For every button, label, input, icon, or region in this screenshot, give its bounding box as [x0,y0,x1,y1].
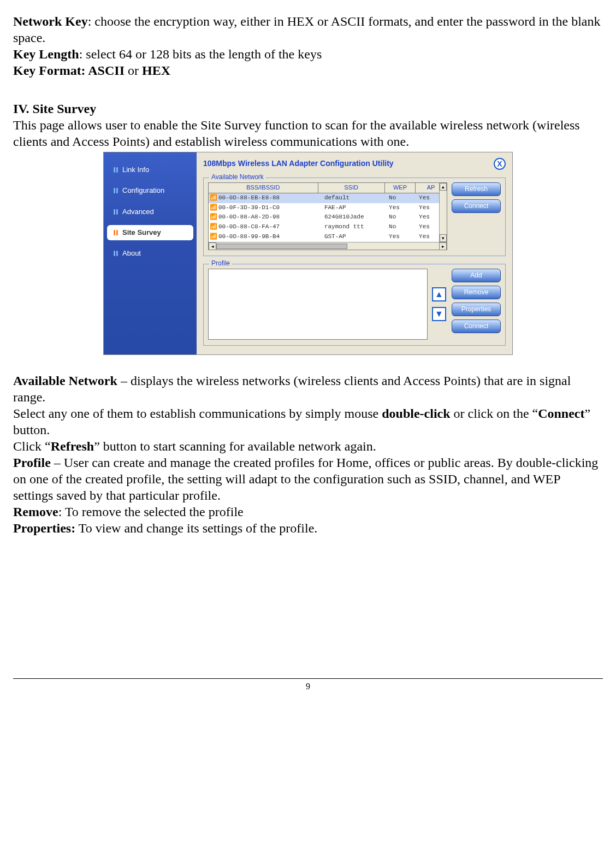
cell-bss: 00-0D-88-99-9B-B4 [216,232,322,242]
config-utility-window: Link Info Configuration Advanced Site Su… [103,152,513,355]
main-panel: 108Mbps Wireless LAN Adapter Configurati… [197,152,512,354]
para-key-length: Key Length: select 64 or 128 bits as the… [13,46,603,62]
scroll-down-arrow[interactable]: ▾ [440,234,447,242]
cell-ssid: default [322,193,387,203]
sidebar-nav: Link Info Configuration Advanced Site Su… [104,152,197,354]
nav-icon [112,167,119,173]
group-legend-available: Available Network [209,173,266,181]
cell-ssid: raymond ttt [322,222,387,232]
group-legend-profile: Profile [209,259,232,268]
table-header: BSS/IBSSID SSID WEP AP [209,183,447,193]
para-remove: Remove: To remove the selected the profi… [13,504,603,520]
signal-icon: 📶 [210,223,215,231]
col-header-bss[interactable]: BSS/IBSSID [209,183,318,193]
cell-wep: Yes [387,232,417,242]
nav-icon [112,209,119,215]
remove-button[interactable]: Remove [452,286,501,299]
scroll-up-arrow[interactable]: ▴ [440,183,447,191]
table-row[interactable]: 📶00-0D-88-EB-E8-88defaultNoYes [209,193,447,203]
table-row[interactable]: 📶00-0D-88-A8-2D-98624G810JadeNoYes [209,212,447,222]
para-key-format: Key Format: ASCII or HEX [13,62,603,79]
nav-advanced[interactable]: Advanced [107,204,193,220]
para-refresh: Click “Refresh” button to start scanning… [13,438,603,454]
nav-icon [112,187,119,194]
para-profile: Profile – User can create and manage the… [13,454,603,504]
signal-icon: 📶 [210,194,215,202]
refresh-button[interactable]: Refresh [452,182,501,196]
connect-profile-button[interactable]: Connect [452,319,501,333]
cell-wep: No [387,222,417,232]
cell-wep: No [387,193,417,203]
scroll-right-arrow[interactable]: ▸ [439,242,447,250]
vertical-scrollbar[interactable]: ▴ ▾ [439,183,447,242]
intro-text: This page allows user to enable the Site… [13,117,603,150]
groupbox-available-network: Available Network BSS/IBSSID SSID WEP AP… [203,177,506,256]
nav-about[interactable]: About [107,246,193,261]
para-available-network: Available Network – displays the wireles… [13,372,603,405]
nav-site-survey[interactable]: Site Survey [107,225,193,240]
nav-icon [112,229,119,236]
col-header-ssid[interactable]: SSID [318,183,385,193]
add-button[interactable]: Add [452,269,501,282]
close-button[interactable]: X [494,158,506,170]
table-row[interactable]: 📶00-0D-88-C0-FA-47raymond tttNoYes [209,222,447,232]
signal-icon: 📶 [210,204,215,212]
horizontal-scrollbar[interactable]: ◂ ▸ [209,242,447,250]
cell-ssid: FAE-AP [322,203,387,213]
utility-title: 108Mbps Wireless LAN Adapter Configurati… [203,159,394,169]
groupbox-profile: Profile ▲ ▼ Add Remove Properties Connec… [203,264,506,346]
connect-button[interactable]: Connect [452,199,501,213]
cell-ssid: 624G810Jade [322,212,387,222]
move-up-button[interactable]: ▲ [432,287,446,301]
cell-bss: 00-0D-88-C0-FA-47 [216,222,322,232]
table-row[interactable]: 📶00-0F-3D-39-D1-C0FAE-APYesYes [209,203,447,213]
scroll-left-arrow[interactable]: ◂ [209,242,216,250]
table-row[interactable]: 📶00-0D-88-99-9B-B4GST-APYesYes [209,232,447,242]
nav-link-info[interactable]: Link Info [107,162,193,177]
heading-site-survey: IV. Site Survey [13,100,603,117]
label-network-key: Network Key [13,14,88,28]
para-select: Select any one of them to establish comm… [13,405,603,438]
signal-icon: 📶 [210,214,215,221]
network-table[interactable]: BSS/IBSSID SSID WEP AP 📶00-0D-88-EB-E8-8… [208,182,447,250]
page-footer: 9 [13,678,603,692]
cell-ssid: GST-AP [322,232,387,242]
para-network-key: Network Key: choose the encryption way, … [13,13,603,46]
nav-configuration[interactable]: Configuration [107,183,193,198]
nav-icon [112,250,119,257]
label-key-length: Key Length [13,47,79,61]
properties-button[interactable]: Properties [452,303,501,316]
cell-wep: Yes [387,203,417,213]
move-down-button[interactable]: ▼ [432,307,446,321]
col-header-wep[interactable]: WEP [385,183,416,193]
cell-bss: 00-0D-88-EB-E8-88 [216,193,322,203]
cell-bss: 00-0F-3D-39-D1-C0 [216,203,322,213]
page-number: 9 [306,682,310,691]
signal-icon: 📶 [210,233,215,241]
cell-bss: 00-0D-88-A8-2D-98 [216,212,322,222]
profile-list[interactable] [208,269,428,340]
para-properties: Properties: To view and change its setti… [13,520,603,536]
cell-wep: No [387,212,417,222]
table-body: 📶00-0D-88-EB-E8-88defaultNoYes📶00-0F-3D-… [209,193,447,242]
scroll-thumb[interactable] [216,244,347,249]
